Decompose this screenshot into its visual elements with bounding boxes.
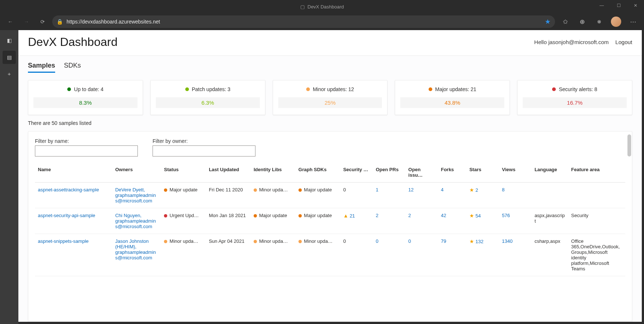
scrollbar-thumb[interactable] xyxy=(627,134,631,156)
window-close-button[interactable]: ✕ xyxy=(627,0,644,11)
sample-name-link[interactable]: aspnet-snippets-sample xyxy=(35,234,112,276)
col-feature-area[interactable]: Feature area xyxy=(568,162,625,183)
col-stars[interactable]: Stars xyxy=(466,162,499,183)
views-cell[interactable]: 1340 xyxy=(499,234,532,276)
status-dot-icon xyxy=(429,87,432,91)
page-header: DevX Dashboard Hello jasonjoh@microsoft.… xyxy=(18,30,642,56)
browser-tab[interactable]: ▢ DevX Dashboard xyxy=(300,4,344,10)
vertical-tab-strip: ◧ ▤ ＋ xyxy=(0,30,18,324)
col-owners[interactable]: Owners xyxy=(112,162,161,183)
card-label: Minor updates: 12 xyxy=(313,86,354,92)
refresh-button[interactable]: ⟳ xyxy=(36,15,49,28)
logout-link[interactable]: Logout xyxy=(615,39,632,45)
status-dot-icon xyxy=(164,188,167,192)
vertical-tabs-toggle-icon[interactable]: ◧ xyxy=(3,34,16,47)
card-patch-updates[interactable]: Patch updates: 3 6.3% xyxy=(150,80,265,115)
warning-icon: ▲ xyxy=(343,213,348,219)
security-cell: 0 xyxy=(340,183,373,208)
open-issues-cell[interactable]: 12 xyxy=(405,183,438,208)
table-scrollbar[interactable] xyxy=(627,134,631,318)
sample-name-link[interactable]: aspnet-security-api-sample xyxy=(35,208,112,234)
filter-name-input[interactable] xyxy=(35,145,138,156)
open-issues-cell[interactable]: 2 xyxy=(405,208,438,234)
window-maximize-button[interactable]: ☐ xyxy=(610,0,627,11)
col-language[interactable]: Language xyxy=(532,162,568,183)
forks-cell[interactable]: 79 xyxy=(438,234,466,276)
status-text: Major update xyxy=(304,187,332,192)
open-prs-cell[interactable]: 2 xyxy=(373,208,405,234)
lock-icon: 🔒 xyxy=(57,19,63,25)
security-count: 21 xyxy=(350,213,355,219)
forks-cell[interactable]: 42 xyxy=(438,208,466,234)
new-tab-button[interactable]: ＋ xyxy=(3,68,16,81)
filter-name-label: Filter by name: xyxy=(35,138,138,144)
status-text: Minor upda… xyxy=(304,238,333,244)
status-dot-icon xyxy=(254,188,257,192)
feature-area-cell: Office 365,OneDrive,Outlook,Groups,Micro… xyxy=(568,234,625,276)
address-bar[interactable]: 🔒 https://devxdashboard.azurewebsites.ne… xyxy=(52,15,555,28)
status-dot-icon xyxy=(298,214,302,217)
col-graph-sdks[interactable]: Graph SDKs xyxy=(296,162,340,183)
col-open-prs[interactable]: Open PRs xyxy=(373,162,405,183)
favorites-icon[interactable]: ✩ xyxy=(558,15,573,28)
filter-owner-input[interactable] xyxy=(153,145,255,156)
card-security-alerts[interactable]: Security alerts: 8 16.7% xyxy=(517,80,632,115)
status-dot-icon xyxy=(67,87,71,91)
window-minimize-button[interactable]: — xyxy=(593,0,610,11)
filter-by-name: Filter by name: xyxy=(35,138,138,156)
col-forks[interactable]: Forks xyxy=(438,162,466,183)
tab-samples[interactable]: Samples xyxy=(28,62,55,73)
card-major-updates[interactable]: Major updates: 21 43.8% xyxy=(395,80,510,115)
status-dot-icon xyxy=(552,87,556,91)
extensions-icon[interactable]: ⎈ xyxy=(592,15,607,28)
col-status[interactable]: Status xyxy=(161,162,206,183)
star-icon: ★ xyxy=(469,238,474,244)
status-text: Major update xyxy=(169,187,197,192)
card-pct: 25% xyxy=(278,97,382,108)
card-label: Security alerts: 8 xyxy=(559,86,597,92)
samples-table: Name Owners Status Last Updated Identity… xyxy=(35,162,625,276)
stars-cell[interactable]: ★ 2 xyxy=(466,183,499,208)
table-scroll-wrap[interactable]: Name Owners Status Last Updated Identity… xyxy=(28,162,632,321)
card-label: Up to date: 4 xyxy=(74,86,103,92)
stars-cell[interactable]: ★ 54 xyxy=(466,208,499,234)
status-dot-icon xyxy=(185,87,189,91)
favorite-star-icon[interactable]: ★ xyxy=(545,18,551,26)
sample-name-link[interactable]: aspnet-assettracking-sample xyxy=(35,183,112,208)
browser-toolbar: ← → ⟳ 🔒 https://devxdashboard.azurewebsi… xyxy=(0,13,644,30)
col-security[interactable]: Security … xyxy=(340,162,373,183)
owners-cell[interactable]: Jason Johnston (HE/HIM), graphsampleadmi… xyxy=(112,234,161,276)
feature-area-cell xyxy=(568,183,625,208)
user-greeting: Hello jasonjoh@microsoft.com xyxy=(534,39,609,45)
forward-button[interactable]: → xyxy=(20,15,33,28)
filter-by-owner: Filter by owner: xyxy=(153,138,255,156)
profile-avatar[interactable] xyxy=(609,15,623,28)
last-updated-cell: Mon Jan 18 2021 xyxy=(206,208,251,234)
card-up-to-date[interactable]: Up to date: 4 8.3% xyxy=(28,80,143,115)
col-open-issues[interactable]: Open issu… xyxy=(405,162,438,183)
back-button[interactable]: ← xyxy=(4,15,17,28)
views-cell[interactable]: 576 xyxy=(499,208,532,234)
col-last-updated[interactable]: Last Updated xyxy=(206,162,251,183)
status-cell: Minor upda… xyxy=(161,234,206,276)
more-menu-icon[interactable]: ⋯ xyxy=(626,15,640,28)
collections-icon[interactable]: ⊕ xyxy=(575,15,590,28)
status-text: Urgent Upd… xyxy=(169,213,198,218)
open-prs-cell[interactable]: 0 xyxy=(373,234,405,276)
col-views[interactable]: Views xyxy=(499,162,532,183)
open-prs-cell[interactable]: 1 xyxy=(373,183,405,208)
views-cell[interactable]: 8 xyxy=(499,183,532,208)
vertical-tab-current[interactable]: ▤ xyxy=(3,51,16,64)
status-dot-icon xyxy=(298,188,302,192)
card-minor-updates[interactable]: Minor updates: 12 25% xyxy=(273,80,388,115)
col-identity-libs[interactable]: Identity Libs xyxy=(251,162,296,183)
tab-sdks[interactable]: SDKs xyxy=(64,62,81,73)
owners-cell[interactable]: Chi Nguyen, graphsampleadmins@microsoft.… xyxy=(112,208,161,234)
security-cell[interactable]: ▲ 21 xyxy=(340,208,373,234)
col-name[interactable]: Name xyxy=(35,162,112,183)
forks-cell[interactable]: 4 xyxy=(438,183,466,208)
open-issues-cell[interactable]: 0 xyxy=(405,234,438,276)
stars-cell[interactable]: ★ 132 xyxy=(466,234,499,276)
owners-cell[interactable]: DeVere Dyett, graphsampleadmins@microsof… xyxy=(112,183,161,208)
status-text: Minor upda… xyxy=(169,238,198,244)
